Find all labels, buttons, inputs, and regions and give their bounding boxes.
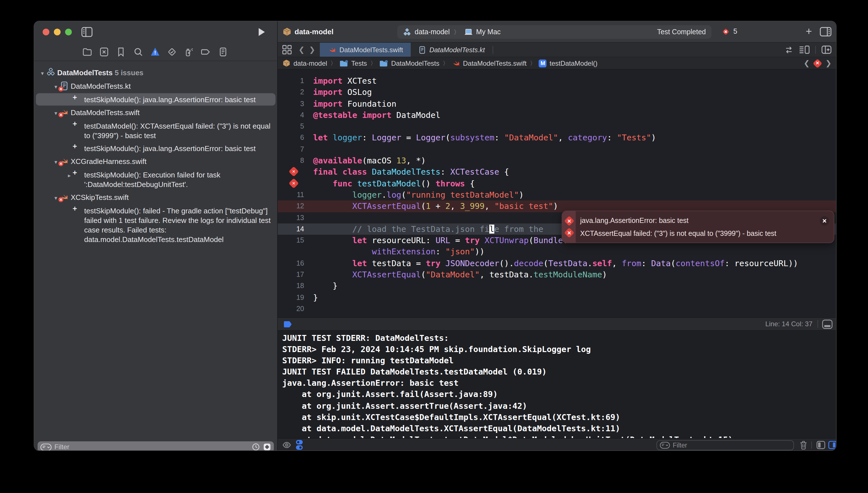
trash-icon[interactable]	[800, 441, 807, 450]
code-line[interactable]: 5	[278, 121, 837, 132]
disclosure-down-icon[interactable]: ▾	[38, 67, 47, 78]
navigator-tab-bookmark-icon[interactable]	[116, 47, 126, 57]
issue-tree-row[interactable]: ▾DataModelTests 5 issues	[36, 66, 275, 79]
minimize-window-button[interactable]	[54, 29, 61, 35]
scheme-selector[interactable]: data-model 〉 My Mac Test Completed	[397, 25, 711, 39]
issue-tree-row[interactable]: ✕testSkipModule(): failed - The gradle a…	[36, 205, 275, 245]
code-line[interactable]: ✕final class DataModelTests: XCTestCase …	[278, 167, 837, 178]
code-line[interactable]: 7	[278, 144, 837, 155]
navigator-tab-strip: !	[34, 43, 277, 61]
issue-tree-label: testSkipModule(): failed - The gradle ac…	[84, 206, 273, 244]
minimap-icon[interactable]	[799, 45, 809, 54]
code-line[interactable]: 8@available(macOS 13, *)	[278, 155, 837, 167]
issue-tree-row[interactable]: ▸✕testSkipModule(): Execution failed for…	[36, 168, 275, 190]
code-line[interactable]: 1import XCTest	[278, 75, 837, 87]
quicklook-eye-icon[interactable]	[282, 441, 291, 449]
statusbar-divider	[818, 320, 818, 328]
inspector-toggle-icon[interactable]	[820, 27, 831, 37]
issue-tree-row[interactable]: ✕testDataModel(): XCTAssertEqual failed:…	[36, 120, 275, 142]
issue-tree-row[interactable]: ▾✕DataModelTests.swift	[36, 106, 275, 119]
filter-menu-icon[interactable]	[660, 442, 670, 449]
issue-tree-label: DataModelTests.kt	[71, 81, 273, 91]
breadcrumb-item[interactable]: MtestDataModel()	[539, 59, 598, 67]
tab-DataModelTests.kt[interactable]: DataModelTests.kt	[411, 43, 493, 57]
zoom-window-button[interactable]	[65, 29, 72, 35]
breakpoint-icon[interactable]	[283, 321, 292, 328]
filter-issues-icon[interactable]	[263, 443, 271, 451]
issue-tree-row[interactable]: ▾✕XCGradleHarness.swift	[36, 155, 275, 168]
filter-menu-icon[interactable]	[40, 443, 52, 451]
code-line[interactable]: 4@testable import DataModel	[278, 109, 837, 121]
navigator-tab-search-icon[interactable]	[133, 47, 143, 57]
line-number: 7	[278, 144, 304, 155]
line-number: 1	[278, 75, 304, 87]
main-toolbar: data-model data-model 〉 My Mac Test Comp…	[278, 21, 837, 43]
toolbar-error-icon[interactable]	[722, 28, 729, 35]
code-line[interactable]: 19}	[278, 292, 837, 303]
navigator-filter-placeholder: Filter	[54, 443, 252, 451]
line-col-indicator[interactable]: Line: 14 Col: 37	[765, 320, 813, 328]
navigator-filter-field[interactable]: Filter	[38, 441, 274, 451]
next-issue-icon[interactable]: ❯	[825, 59, 831, 67]
issue-tree-row[interactable]: ✕testSkipModule(): java.lang.AssertionEr…	[36, 142, 275, 154]
console-line: STDERR> Feb 23, 2024 10:14:45 PM skip.fo…	[282, 344, 837, 355]
code-line[interactable]: withExtension: "json"))	[278, 246, 837, 258]
console-filter-field[interactable]: Filter	[657, 440, 794, 450]
add-button[interactable]: +	[804, 27, 814, 37]
issue-tree-row[interactable]: ▾✕XCSkipTests.swift	[36, 191, 275, 204]
code-line[interactable]: 17 XCTAssertEqual("DataModel", testData.…	[278, 269, 837, 280]
line-number: 16	[278, 258, 304, 269]
back-icon[interactable]: ❮	[294, 43, 309, 57]
tab-DataModelTests.swift[interactable]: DataModelTests.swift	[320, 43, 411, 57]
breadcrumb-item[interactable]: data-model	[282, 59, 327, 67]
issue-tree-row[interactable]: ▾✕DataModelTests.kt	[36, 80, 275, 93]
sidebar-toggle-icon[interactable]	[82, 27, 93, 37]
source-editor[interactable]: 1import XCTest2import OSLog3import Found…	[278, 70, 837, 317]
panel-divider[interactable]	[277, 21, 278, 451]
editor-layout-icon[interactable]	[822, 320, 833, 329]
navigator-tab-issues-icon[interactable]: !	[151, 47, 160, 57]
scheme-name[interactable]: data-model	[415, 28, 450, 36]
console-panel-icon[interactable]	[828, 441, 837, 449]
code-line[interactable]: 18 }	[278, 280, 837, 292]
debug-console[interactable]: JUNIT TEST STDERR: DataModelTests:STDERR…	[278, 331, 837, 438]
gutter-error-icon[interactable]: ✕	[289, 178, 299, 188]
swap-editor-icon[interactable]	[784, 46, 793, 53]
issue-indicator-icon[interactable]: ✕	[813, 58, 822, 68]
code-line[interactable]: 6let logger: Logger = Logger(subsystem: …	[278, 132, 837, 144]
navigator-tab-reports-icon[interactable]	[218, 47, 228, 57]
close-window-button[interactable]	[43, 29, 49, 35]
line-number: 5	[278, 121, 304, 132]
navigator-tab-source-changes-icon[interactable]	[99, 47, 109, 57]
code-line[interactable]: ✕ func testDataModel() throws {	[278, 178, 837, 189]
gutter-error-icon[interactable]: ✕	[289, 167, 299, 177]
related-items-icon[interactable]	[282, 45, 292, 57]
laptop-icon	[464, 28, 473, 36]
close-icon[interactable]: ✕	[820, 216, 829, 226]
variables-view-toggle-icon[interactable]	[296, 440, 303, 450]
forward-icon[interactable]: ❯	[309, 43, 320, 57]
issue-tree-row[interactable]: ✕testSkipModule(): java.lang.AssertionEr…	[36, 93, 275, 106]
clock-icon[interactable]	[252, 443, 260, 451]
previous-issue-icon[interactable]: ❮	[803, 59, 809, 67]
run-button[interactable]	[256, 27, 267, 37]
navigator-tab-tests-icon[interactable]	[167, 47, 177, 57]
code-line[interactable]: 11 logger.log("running testDataModel")	[278, 189, 837, 201]
breadcrumb-item[interactable]: DataModelTests	[379, 59, 439, 67]
code-line[interactable]: 2import OSLog	[278, 87, 837, 98]
toolbar-error-count[interactable]: 5	[733, 27, 737, 35]
breadcrumb-item[interactable]: Tests	[340, 59, 367, 67]
navigator-tab-breakpoints-icon[interactable]	[201, 47, 211, 57]
navigator-tab-project-icon[interactable]	[83, 47, 92, 57]
add-editor-icon[interactable]	[821, 45, 831, 54]
code-line[interactable]: 20	[278, 303, 837, 315]
code-line[interactable]: 16 let testData = try JSONDecoder().deco…	[278, 258, 837, 269]
variables-panel-icon[interactable]	[816, 441, 825, 449]
line-number: 20	[278, 303, 304, 315]
breadcrumb-item[interactable]: DataModelTests.swift	[452, 59, 527, 67]
run-destination[interactable]: My Mac	[476, 28, 501, 36]
code-line[interactable]: 3import Foundation	[278, 98, 837, 109]
navigator-tab-debug-icon[interactable]	[184, 47, 193, 57]
ktfile-icon: ✕	[60, 81, 71, 90]
toolbar-divider	[815, 46, 816, 53]
